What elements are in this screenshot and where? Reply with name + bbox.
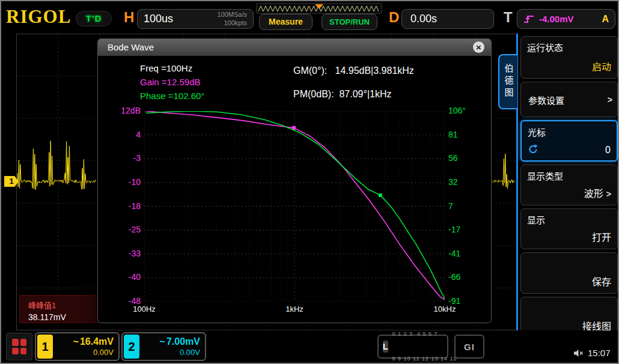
cursor-gain-readout: Gain =12.59dB <box>140 77 201 87</box>
close-icon[interactable]: × <box>473 41 484 53</box>
channel1-scale: 16.4mV <box>80 336 114 347</box>
channel2-offset: 0.00V <box>143 348 200 357</box>
menu-label: 光标 <box>528 126 546 138</box>
menu-item-display-type[interactable]: 显示类型 波形> <box>520 165 618 205</box>
reset-icon <box>528 144 538 154</box>
menu-label: 参数设置 <box>528 93 564 106</box>
speaker-muted-icon <box>573 349 584 357</box>
gain-axis-tick: -25 <box>113 225 141 234</box>
menu-value: 0 <box>605 145 611 156</box>
ac-coupling-icon: ~ <box>160 336 165 347</box>
menu-item-cursor[interactable]: 光标 0 <box>520 120 618 162</box>
submenu-arrow-icon: > <box>608 95 612 105</box>
menu-item-param-setup[interactable]: 参数设置 > <box>520 82 618 117</box>
phase-axis-tick: 32 <box>448 177 478 187</box>
trigger-level: -4.00mV <box>539 14 574 24</box>
menu-label: 运行状态 <box>527 41 563 53</box>
logic-label: L <box>383 341 388 353</box>
logic-channels-box[interactable]: L 0 1 2 3 4 5 6 7 8 9 10 11 12 13 14 15 <box>377 335 448 359</box>
phase-axis-tick: 81 <box>448 130 478 139</box>
channel2-scale: 7.00mV <box>166 336 200 347</box>
bode-plot: 12dB4-3-10-18-25-33-40-48106°8156327-17-… <box>144 111 445 302</box>
gain-axis-tick: 4 <box>113 130 141 139</box>
gain-axis-tick: -10 <box>113 177 141 187</box>
bode-menu-tab[interactable]: 伯德图 <box>498 54 517 109</box>
channel2-status-box[interactable]: 2 ~7.00mV 0.00V <box>121 332 206 361</box>
menu-value: 启动 <box>592 59 611 73</box>
channel2-badge: 2 <box>124 335 139 359</box>
trigger-source: A <box>602 14 609 25</box>
clock: 15:07 <box>588 348 611 358</box>
sample-rate: 100MSa/s <box>217 11 247 19</box>
gi-indicator[interactable]: GI <box>454 335 484 359</box>
timebase-value: 100us <box>144 13 173 25</box>
phase-axis-tick: 56 <box>448 153 478 163</box>
window-title: Bode Wave <box>108 42 154 52</box>
trigger-status-badge: T'D <box>76 11 112 26</box>
bode-plot-canvas <box>144 111 445 302</box>
menu-value: 波形> <box>584 186 611 200</box>
channel2-values: ~7.00mV 0.00V <box>143 336 200 357</box>
top-bar: RIGOL T'D H 100us 100MSa/s 100kpts Measu… <box>1 1 618 32</box>
phase-margin-readout: PM(0dB): 87.09°|1kHz <box>293 89 392 100</box>
brand-logo: RIGOL <box>6 6 71 28</box>
ac-coupling-icon: ~ <box>73 336 79 347</box>
measure-button[interactable]: Measure <box>259 14 313 30</box>
logic-row-2: 8 9 10 11 12 13 14 15 <box>392 355 457 363</box>
channel1-status-box[interactable]: 1 ~16.4mV 0.00V <box>35 332 120 361</box>
logic-row-1: 0 1 2 3 4 5 6 7 <box>392 330 457 339</box>
menu-value-text: 波形 <box>584 189 603 199</box>
trigger-slope-icon <box>523 14 534 24</box>
horizontal-label: H <box>124 9 134 26</box>
phase-axis-tick: -41 <box>448 249 478 258</box>
channel1-values: ~16.4mV 0.00V <box>56 336 114 357</box>
memory-position-bar[interactable] <box>256 3 382 14</box>
bottom-bar: 1 ~16.4mV 0.00V 2 ~7.00mV 0.00V L 0 1 2 … <box>1 330 618 364</box>
menu-grid-icon <box>20 348 27 355</box>
delay-value: 0.00s <box>410 13 437 25</box>
oscilloscope-screen: RIGOL T'D H 100us 100MSa/s 100kpts Measu… <box>0 0 619 364</box>
menu-value: 打开 <box>592 229 611 244</box>
cursor-phase-readout: Phase =102.60° <box>140 91 204 101</box>
gain-axis-tick: -40 <box>113 272 141 282</box>
phase-axis-tick: -66 <box>448 272 478 282</box>
gain-axis-tick: -33 <box>113 249 141 258</box>
trigger-box[interactable]: -4.00mV A <box>517 9 615 29</box>
trigger-position-marker-icon <box>315 4 323 9</box>
menu-item-run-state[interactable]: 运行状态 启动 <box>520 36 618 79</box>
menu-grid-icon <box>20 339 27 346</box>
bode-menu-tab-label: 伯德图 <box>502 64 515 100</box>
delay-box[interactable]: 0.00s <box>401 9 494 29</box>
gain-margin-readout: GM(0°): 14.95dB|3.981kHz <box>293 65 414 76</box>
freq-axis-tick: 100Hz <box>133 305 156 314</box>
cursor-freq-readout: Freq =100Hz <box>140 63 192 73</box>
measurement-label: 峰峰值1 <box>28 299 100 311</box>
trigger-label: T <box>504 9 513 26</box>
phase-axis-tick: 106° <box>448 106 478 115</box>
menu-item-display[interactable]: 显示 打开 <box>520 208 618 249</box>
window-title-bar[interactable]: Bode Wave × <box>98 39 491 56</box>
menu-grid-icon <box>12 348 19 355</box>
freq-axis-tick: 1kHz <box>285 305 303 314</box>
phase-axis-tick: 7 <box>448 201 478 211</box>
measurement-result-box: 峰峰值1 38.117mV <box>19 295 101 323</box>
submenu-arrow-icon: > <box>606 189 611 199</box>
menu-grid-icon <box>12 339 19 346</box>
stop-run-button[interactable]: STOP/RUN <box>322 14 377 30</box>
menu-label: 显示 <box>527 213 545 226</box>
menu-button[interactable] <box>6 333 32 360</box>
logic-channel-numbers: 0 1 2 3 4 5 6 7 8 9 10 11 12 13 14 15 <box>392 314 457 364</box>
menu-label: 显示类型 <box>527 169 563 182</box>
gain-axis-tick: -3 <box>113 153 141 163</box>
menu-item-save[interactable]: 保存 <box>520 252 618 294</box>
freq-axis-tick: 10kHz <box>434 305 456 314</box>
delay-label: D <box>389 9 399 26</box>
phase-axis-tick: -17 <box>448 225 478 234</box>
channel1-offset: 0.00V <box>56 348 114 357</box>
measurement-value: 38.117mV <box>28 312 100 322</box>
menu-value: 保存 <box>592 274 611 288</box>
bode-wave-window: Bode Wave × Freq =100Hz Gain =12.59dB Ph… <box>97 38 492 323</box>
gain-axis-tick: -18 <box>113 201 141 211</box>
channel1-badge: 1 <box>37 335 53 359</box>
timebase-box[interactable]: 100us 100MSa/s 100kpts <box>137 9 254 29</box>
